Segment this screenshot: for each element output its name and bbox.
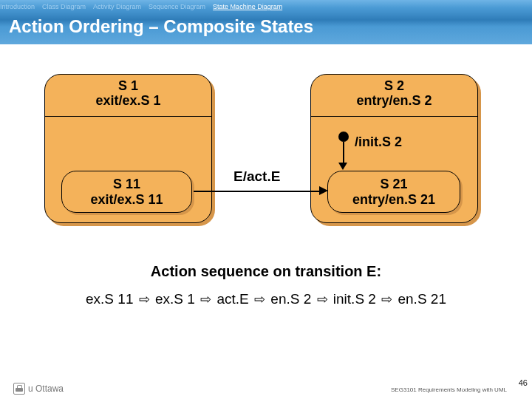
header-bar: Introduction Class Diagram Activity Diag… xyxy=(0,0,532,44)
seq-item-6: en.S 21 xyxy=(398,291,446,307)
seq-item-2: ex.S 1 xyxy=(155,291,195,307)
initial-transition-label: /init.S 2 xyxy=(355,134,402,150)
tab-class-diagram[interactable]: Class Diagram xyxy=(42,3,86,10)
seq-item-4: en.S 2 xyxy=(270,291,311,307)
building-icon xyxy=(13,383,25,395)
initial-transition-head xyxy=(338,163,347,170)
state-s11-name: S 11 xyxy=(62,177,191,192)
state-s1-name: S 1 xyxy=(118,78,138,93)
sequence-text: ex.S 11 ⇨ ex.S 1 ⇨ act.E ⇨ en.S 2 ⇨ init… xyxy=(0,291,532,307)
state-s21: S 21 entry/en.S 21 xyxy=(327,171,460,213)
tab-activity-diagram[interactable]: Activity Diagram xyxy=(93,3,141,10)
seq-item-5: init.S 2 xyxy=(333,291,376,307)
state-s1: S 1 exit/ex.S 1 S 11 exit/ex.S 11 xyxy=(44,74,212,223)
state-s21-entry: entry/en.S 21 xyxy=(328,192,460,208)
state-s2-name: S 2 xyxy=(384,78,404,93)
seq-item-3: act.E xyxy=(216,291,248,307)
transition-arrow xyxy=(194,191,319,192)
arrow-icon: ⇨ xyxy=(381,292,392,307)
arrow-icon: ⇨ xyxy=(317,292,328,307)
seq-item-1: ex.S 11 xyxy=(86,291,133,307)
arrow-icon: ⇨ xyxy=(200,292,211,307)
state-s2-label: S 2 entry/en.S 2 xyxy=(311,79,477,109)
course-code: SEG3101 Requirements Modeling with UML xyxy=(391,386,507,393)
state-s2-entry: entry/en.S 2 xyxy=(356,93,432,108)
state-s1-label: S 1 exit/ex.S 1 xyxy=(45,79,211,109)
tab-row: Introduction Class Diagram Activity Diag… xyxy=(0,0,532,13)
tab-state-machine-diagram[interactable]: State Machine Diagram xyxy=(213,3,282,10)
footer: u Ottawa SEG3101 Requirements Modeling w… xyxy=(0,378,532,395)
state-s1-exit: exit/ex.S 1 xyxy=(95,93,160,108)
slide-title: Action Ordering – Composite States xyxy=(9,16,313,37)
transition-label: E/act.E xyxy=(233,168,280,185)
university-name: u Ottawa xyxy=(28,383,64,394)
state-s11-exit: exit/ex.S 11 xyxy=(62,192,191,208)
initial-state-dot xyxy=(338,132,349,142)
initial-transition-line xyxy=(343,142,344,164)
arrow-icon: ⇨ xyxy=(254,292,265,307)
tab-sequence-diagram[interactable]: Sequence Diagram xyxy=(149,3,205,10)
state-s2-divider xyxy=(311,116,477,117)
sequence-title: Action sequence on transition E: xyxy=(0,263,532,280)
state-s1-divider xyxy=(45,116,211,117)
state-s21-name: S 21 xyxy=(328,177,460,192)
state-s11: S 11 exit/ex.S 11 xyxy=(61,171,192,213)
state-diagram: S 1 exit/ex.S 1 S 11 exit/ex.S 11 S 2 en… xyxy=(0,44,532,325)
tab-introduction[interactable]: Introduction xyxy=(0,3,35,10)
university-logo: u Ottawa xyxy=(13,383,64,395)
transition-arrow-head xyxy=(319,186,328,195)
slide-number: 46 xyxy=(519,378,528,387)
arrow-icon: ⇨ xyxy=(139,292,150,307)
